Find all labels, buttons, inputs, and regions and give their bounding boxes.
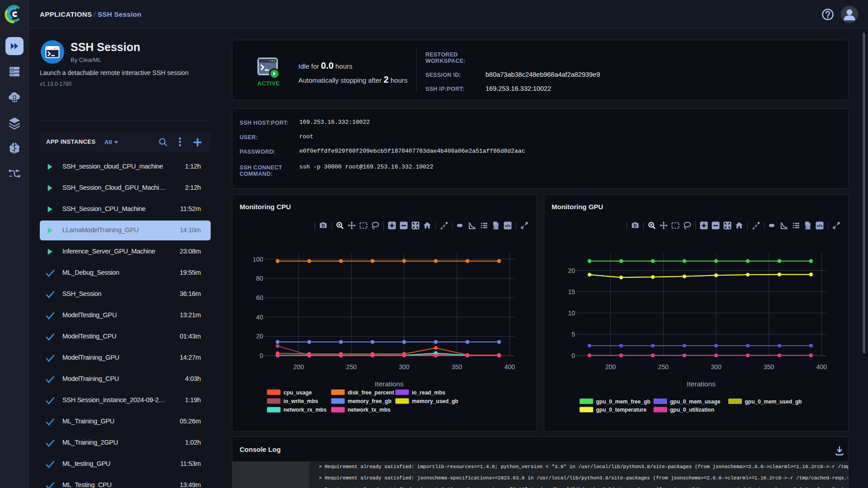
svg-text:200: 200	[293, 363, 304, 371]
svg-text:gpu_0_mem_used_gb: gpu_0_mem_used_gb	[745, 399, 802, 405]
svg-text:io_read_mbs: io_read_mbs	[412, 389, 445, 396]
svg-text:network_rx_mbs: network_rx_mbs	[283, 407, 327, 413]
svg-text:0: 0	[571, 352, 575, 359]
svg-text:250: 250	[346, 363, 357, 371]
svg-text:io_write_mbs: io_write_mbs	[283, 398, 318, 404]
svg-text:80: 80	[256, 275, 263, 282]
svg-text:gpu_0_temperature: gpu_0_temperature	[596, 407, 647, 413]
svg-text:gpu_0_mem_free_gb: gpu_0_mem_free_gb	[596, 399, 651, 405]
svg-text:Iterations: Iterations	[375, 380, 404, 388]
svg-text:cpu_usage: cpu_usage	[283, 389, 312, 396]
svg-text:300: 300	[711, 363, 722, 371]
svg-text:10: 10	[568, 310, 575, 317]
svg-text:20: 20	[256, 333, 263, 340]
svg-text:100: 100	[253, 256, 264, 263]
svg-text:5: 5	[571, 331, 575, 338]
svg-text:memory_free_gb: memory_free_gb	[348, 398, 392, 404]
svg-text:200: 200	[605, 363, 616, 371]
svg-text:250: 250	[658, 363, 669, 371]
svg-text:400: 400	[816, 363, 827, 371]
svg-text:60: 60	[256, 294, 263, 301]
svg-text:350: 350	[452, 363, 462, 371]
svg-text:network_tx_mbs: network_tx_mbs	[348, 407, 391, 413]
svg-text:400: 400	[505, 363, 515, 371]
svg-text:350: 350	[764, 363, 774, 371]
svg-text:Iterations: Iterations	[687, 380, 716, 388]
svg-text:300: 300	[399, 363, 410, 371]
svg-text:40: 40	[256, 314, 263, 321]
svg-text:gpu_0_mem_usage: gpu_0_mem_usage	[670, 399, 721, 405]
svg-text:disk_free_percent: disk_free_percent	[348, 389, 394, 396]
svg-text:gpu_0_utilization: gpu_0_utilization	[670, 407, 714, 413]
svg-text:15: 15	[568, 288, 575, 296]
svg-text:0: 0	[259, 352, 263, 359]
svg-text:memory_used_gb: memory_used_gb	[412, 398, 458, 404]
svg-text:20: 20	[568, 267, 575, 274]
